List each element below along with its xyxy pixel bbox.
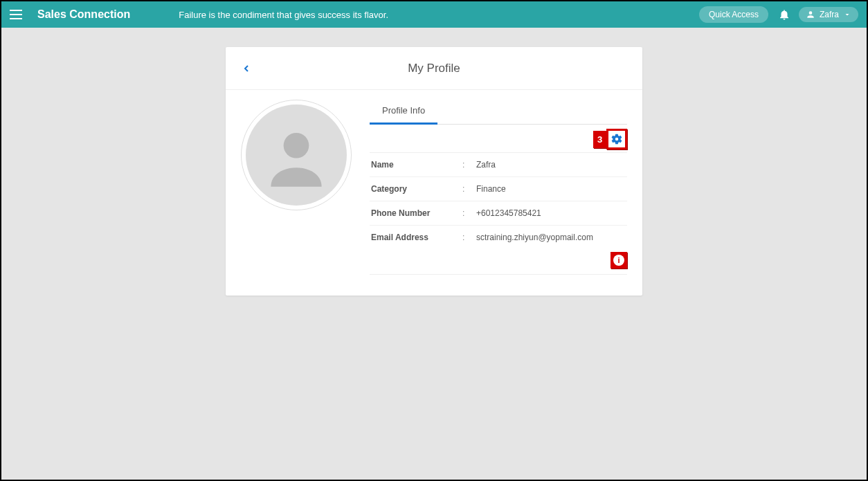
phone-label: Phone Number <box>371 208 462 218</box>
field-phone: Phone Number : +6012345785421 <box>370 201 627 226</box>
email-label: Email Address <box>371 233 462 242</box>
gear-icon <box>611 133 623 145</box>
avatar[interactable] <box>241 100 352 210</box>
phone-value: +6012345785421 <box>476 208 626 218</box>
tab-bar: Profile Info <box>370 100 627 125</box>
app-header: Sales Connection Failure is the condimen… <box>1 1 867 28</box>
user-menu[interactable]: Zafra <box>799 7 858 22</box>
chevron-left-icon <box>241 63 252 74</box>
name-label: Name <box>371 160 462 170</box>
field-email: Email Address : sctraining.zhiyun@yopmai… <box>370 226 627 249</box>
menu-button[interactable] <box>10 7 25 22</box>
tab-profile-info[interactable]: Profile Info <box>370 100 437 125</box>
chevron-down-icon <box>843 10 851 19</box>
name-value: Zafra <box>476 160 626 170</box>
field-name: Name : Zafra <box>370 153 627 177</box>
person-placeholder-icon <box>258 117 334 193</box>
bell-icon <box>778 8 790 21</box>
user-name: Zafra <box>820 10 839 19</box>
card-header: My Profile <box>226 47 642 90</box>
step-badge: 3 <box>593 131 606 148</box>
brand-title: Sales Connection <box>37 8 130 21</box>
svg-point-0 <box>284 133 309 158</box>
email-value: sctraining.zhiyun@yopmail.com <box>476 233 626 242</box>
page-title: My Profile <box>408 62 460 75</box>
person-icon <box>806 10 815 19</box>
quick-access-button[interactable]: Quick Access <box>699 6 768 23</box>
info-icon: i <box>613 255 624 266</box>
settings-button[interactable] <box>606 129 627 149</box>
header-quote: Failure is the condiment that gives succ… <box>179 10 699 20</box>
profile-card: My Profile Profile Info 3 Name <box>226 47 642 296</box>
profile-fields: Name : Zafra Category : Finance Phone Nu… <box>370 152 627 249</box>
info-button[interactable]: i <box>611 252 627 269</box>
back-button[interactable] <box>241 63 252 74</box>
notifications-button[interactable] <box>778 8 790 21</box>
field-category: Category : Finance <box>370 177 627 201</box>
category-value: Finance <box>476 184 626 194</box>
category-label: Category <box>371 184 462 194</box>
